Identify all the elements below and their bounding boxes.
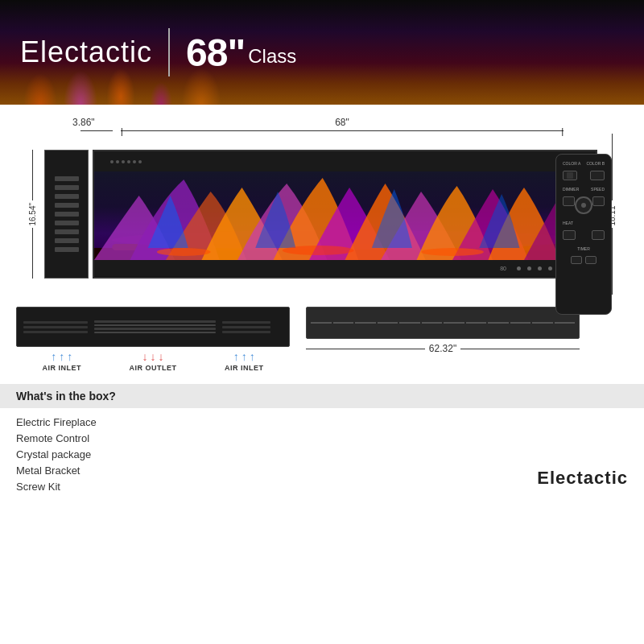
- bottom-views-section: ↑ ↑ ↑ AIR INLET ↓ ↓ ↓ AIR OUTLET ↑ ↑ ↑: [0, 299, 644, 380]
- side-vent: [55, 185, 79, 190]
- whats-in-box-header: What's in the box?: [0, 384, 644, 408]
- dim-width: 68": [335, 117, 349, 128]
- fireplace-side-view: [44, 150, 89, 279]
- inlet-arrows-left: ↑ ↑ ↑: [51, 351, 72, 362]
- side-vent: [55, 238, 79, 243]
- air-outlet-center: ↓ ↓ ↓ AIR OUTLET: [107, 351, 198, 372]
- side-vent: [55, 247, 79, 252]
- control-dot: [527, 266, 531, 270]
- box-item-1: Electric Fireplace: [16, 416, 628, 428]
- arrow-up: ↑: [233, 351, 239, 362]
- box-contents: Electric Fireplace Remote Control Crysta…: [0, 408, 644, 501]
- fireplace-wrapper: 16.54": [24, 134, 620, 295]
- brand-name: Electactic: [20, 35, 152, 69]
- box-item-4: Metal Bracket: [16, 464, 628, 477]
- control-dot: [517, 266, 521, 270]
- bottom-left-view: ↑ ↑ ↑ AIR INLET ↓ ↓ ↓ AIR OUTLET ↑ ↑ ↑: [16, 307, 290, 372]
- side-vent: [55, 176, 79, 181]
- arrow-down: ↓: [142, 351, 147, 362]
- air-outlet-label: AIR OUTLET: [129, 364, 176, 372]
- outlet-arrows: ↓ ↓ ↓: [142, 351, 163, 362]
- dim-depth: 3.86": [72, 117, 121, 128]
- box-item-2: Remote Control: [16, 432, 628, 444]
- bottom-unit-left: [16, 307, 290, 347]
- remote-panel: COLOR A COLOR B DIMMER SPEED: [555, 146, 612, 323]
- model-size: 68": [186, 31, 245, 75]
- header-divider: [168, 28, 170, 76]
- svg-point-4: [283, 246, 354, 255]
- side-vent: [55, 229, 79, 234]
- side-vent: [55, 194, 79, 199]
- inlet-arrows-right: ↑ ↑ ↑: [233, 351, 255, 362]
- arrow-up: ↑: [250, 351, 255, 362]
- side-vent: [55, 212, 79, 217]
- side-vent: [55, 203, 79, 208]
- arrow-down: ↓: [150, 351, 155, 362]
- dim-width-bottom: 62.32": [429, 343, 456, 354]
- flames-svg: [94, 171, 596, 260]
- header-brand-container: Electactic 68" Class: [0, 28, 296, 76]
- control-dot: [538, 266, 542, 270]
- brand-footer: Electactic: [537, 468, 628, 489]
- model-class: Class: [248, 45, 296, 68]
- box-item-3: Crystal package: [16, 448, 628, 460]
- arrow-up: ↑: [67, 351, 72, 362]
- flame-display-area: [94, 171, 596, 260]
- fireplace-controls-bar: 80: [94, 260, 596, 276]
- arrow-up: ↑: [242, 351, 247, 362]
- svg-point-5: [421, 248, 484, 256]
- fireplace-top-bar: [94, 151, 596, 171]
- airflow-labels: ↑ ↑ ↑ AIR INLET ↓ ↓ ↓ AIR OUTLET ↑ ↑ ↑: [16, 351, 290, 372]
- svg-point-3: [157, 248, 211, 256]
- arrow-up: ↑: [59, 351, 64, 362]
- back-panel-view: [306, 307, 580, 339]
- whats-in-box-title: What's in the box?: [16, 390, 116, 402]
- side-vent: [55, 221, 79, 225]
- bottom-right-view: 62.32": [306, 307, 580, 372]
- air-inlet-left-label: AIR INLET: [42, 364, 81, 372]
- top-vents-left: [110, 160, 142, 163]
- dim-height-left: 16.54": [28, 200, 37, 229]
- box-item-5: Screw Kit: [16, 481, 628, 493]
- arrow-up: ↑: [51, 351, 56, 362]
- air-inlet-right-label: AIR INLET: [225, 364, 264, 372]
- remote-control: COLOR A COLOR B DIMMER SPEED: [555, 154, 612, 315]
- air-inlet-right: ↑ ↑ ↑ AIR INLET: [199, 351, 290, 372]
- control-dot: [548, 266, 552, 270]
- air-inlet-left: ↑ ↑ ↑ AIR INLET: [16, 351, 107, 372]
- arrow-down: ↓: [158, 351, 163, 362]
- fireplace-front-view: 80: [93, 150, 597, 279]
- header-section: Electactic 68" Class: [0, 0, 644, 105]
- main-content: 3.86" 68" | | 16.54": [0, 105, 644, 299]
